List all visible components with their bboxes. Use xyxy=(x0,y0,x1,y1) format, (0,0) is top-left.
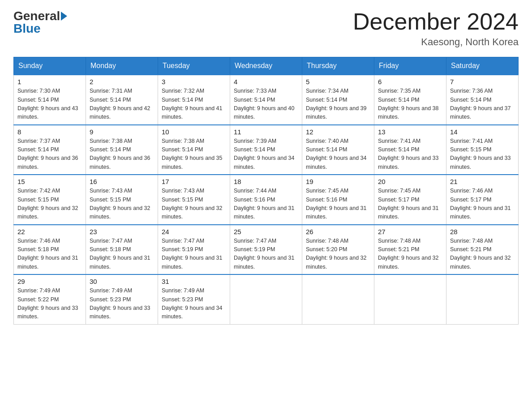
logo: General Blue xyxy=(13,9,68,36)
page-header: General Blue December 2024 Kaesong, Nort… xyxy=(13,9,519,48)
calendar-header: SundayMondayTuesdayWednesdayThursdayFrid… xyxy=(14,57,519,75)
day-info: Sunrise: 7:48 AMSunset: 5:21 PMDaylight:… xyxy=(378,237,442,272)
day-info: Sunrise: 7:31 AMSunset: 5:14 PMDaylight:… xyxy=(90,87,154,122)
day-info: Sunrise: 7:38 AMSunset: 5:14 PMDaylight:… xyxy=(162,137,226,172)
day-number: 6 xyxy=(378,78,442,86)
day-number: 20 xyxy=(378,178,442,185)
day-number: 22 xyxy=(17,228,82,235)
day-number: 10 xyxy=(162,128,226,136)
calendar-cell: 27 Sunrise: 7:48 AMSunset: 5:21 PMDaylig… xyxy=(374,225,446,275)
calendar-cell: 18 Sunrise: 7:44 AMSunset: 5:16 PMDaylig… xyxy=(230,175,302,225)
day-info: Sunrise: 7:45 AMSunset: 5:17 PMDaylight:… xyxy=(378,187,442,222)
calendar-cell: 24 Sunrise: 7:47 AMSunset: 5:19 PMDaylig… xyxy=(158,225,230,275)
calendar-week-row: 8 Sunrise: 7:37 AMSunset: 5:14 PMDayligh… xyxy=(14,125,519,175)
calendar-cell xyxy=(230,274,302,324)
calendar-cell: 26 Sunrise: 7:48 AMSunset: 5:20 PMDaylig… xyxy=(302,225,374,275)
weekday-header-wednesday: Wednesday xyxy=(230,57,302,75)
day-info: Sunrise: 7:36 AMSunset: 5:14 PMDaylight:… xyxy=(450,87,515,122)
day-number: 18 xyxy=(234,178,298,185)
day-number: 31 xyxy=(162,278,226,285)
day-number: 8 xyxy=(17,128,82,136)
calendar-cell: 7 Sunrise: 7:36 AMSunset: 5:14 PMDayligh… xyxy=(446,75,519,125)
calendar-week-row: 1 Sunrise: 7:30 AMSunset: 5:14 PMDayligh… xyxy=(14,75,519,125)
day-info: Sunrise: 7:43 AMSunset: 5:15 PMDaylight:… xyxy=(90,187,154,222)
day-number: 19 xyxy=(306,178,370,185)
day-number: 21 xyxy=(450,178,515,185)
day-info: Sunrise: 7:42 AMSunset: 5:15 PMDaylight:… xyxy=(17,187,82,222)
calendar-cell: 11 Sunrise: 7:39 AMSunset: 5:14 PMDaylig… xyxy=(230,125,302,175)
day-info: Sunrise: 7:41 AMSunset: 5:15 PMDaylight:… xyxy=(450,137,515,172)
calendar-cell: 12 Sunrise: 7:40 AMSunset: 5:14 PMDaylig… xyxy=(302,125,374,175)
day-info: Sunrise: 7:46 AMSunset: 5:18 PMDaylight:… xyxy=(17,237,82,272)
calendar-cell: 16 Sunrise: 7:43 AMSunset: 5:15 PMDaylig… xyxy=(86,175,158,225)
day-number: 9 xyxy=(90,128,154,136)
day-number: 24 xyxy=(162,228,226,235)
calendar-week-row: 15 Sunrise: 7:42 AMSunset: 5:15 PMDaylig… xyxy=(14,175,519,225)
day-number: 2 xyxy=(90,78,154,86)
day-number: 7 xyxy=(450,78,515,86)
calendar-cell: 21 Sunrise: 7:46 AMSunset: 5:17 PMDaylig… xyxy=(446,175,519,225)
day-info: Sunrise: 7:44 AMSunset: 5:16 PMDaylight:… xyxy=(234,187,298,222)
day-info: Sunrise: 7:49 AMSunset: 5:22 PMDaylight:… xyxy=(17,287,82,321)
weekday-header-row: SundayMondayTuesdayWednesdayThursdayFrid… xyxy=(14,57,519,75)
day-number: 16 xyxy=(90,178,154,185)
day-number: 23 xyxy=(90,228,154,235)
day-info: Sunrise: 7:40 AMSunset: 5:14 PMDaylight:… xyxy=(306,137,370,172)
day-info: Sunrise: 7:30 AMSunset: 5:14 PMDaylight:… xyxy=(17,87,82,122)
calendar-cell: 13 Sunrise: 7:41 AMSunset: 5:14 PMDaylig… xyxy=(374,125,446,175)
logo-arrow-icon xyxy=(61,12,67,21)
day-number: 15 xyxy=(17,178,82,185)
calendar-body: 1 Sunrise: 7:30 AMSunset: 5:14 PMDayligh… xyxy=(14,75,519,324)
day-number: 17 xyxy=(162,178,226,185)
calendar-cell: 19 Sunrise: 7:45 AMSunset: 5:16 PMDaylig… xyxy=(302,175,374,225)
day-number: 25 xyxy=(234,228,298,235)
month-title: December 2024 xyxy=(353,9,519,34)
day-info: Sunrise: 7:33 AMSunset: 5:14 PMDaylight:… xyxy=(234,87,298,122)
day-info: Sunrise: 7:38 AMSunset: 5:14 PMDaylight:… xyxy=(90,137,154,172)
day-info: Sunrise: 7:49 AMSunset: 5:23 PMDaylight:… xyxy=(162,287,226,321)
day-number: 3 xyxy=(162,78,226,86)
day-info: Sunrise: 7:47 AMSunset: 5:19 PMDaylight:… xyxy=(162,237,226,272)
day-number: 1 xyxy=(17,78,82,86)
day-number: 27 xyxy=(378,228,442,235)
day-info: Sunrise: 7:49 AMSunset: 5:23 PMDaylight:… xyxy=(90,287,154,321)
day-info: Sunrise: 7:39 AMSunset: 5:14 PMDaylight:… xyxy=(234,137,298,172)
calendar-cell: 5 Sunrise: 7:34 AMSunset: 5:14 PMDayligh… xyxy=(302,75,374,125)
calendar-cell: 31 Sunrise: 7:49 AMSunset: 5:23 PMDaylig… xyxy=(158,274,230,324)
calendar-cell: 17 Sunrise: 7:43 AMSunset: 5:15 PMDaylig… xyxy=(158,175,230,225)
day-number: 28 xyxy=(450,228,515,235)
day-info: Sunrise: 7:48 AMSunset: 5:21 PMDaylight:… xyxy=(450,237,515,272)
day-number: 29 xyxy=(17,278,82,285)
day-number: 11 xyxy=(234,128,298,136)
calendar-cell: 25 Sunrise: 7:47 AMSunset: 5:19 PMDaylig… xyxy=(230,225,302,275)
calendar-table: SundayMondayTuesdayWednesdayThursdayFrid… xyxy=(13,57,519,325)
calendar-cell: 20 Sunrise: 7:45 AMSunset: 5:17 PMDaylig… xyxy=(374,175,446,225)
day-info: Sunrise: 7:37 AMSunset: 5:14 PMDaylight:… xyxy=(17,137,82,172)
day-info: Sunrise: 7:34 AMSunset: 5:14 PMDaylight:… xyxy=(306,87,370,122)
day-number: 12 xyxy=(306,128,370,136)
day-info: Sunrise: 7:48 AMSunset: 5:20 PMDaylight:… xyxy=(306,237,370,272)
calendar-cell: 6 Sunrise: 7:35 AMSunset: 5:14 PMDayligh… xyxy=(374,75,446,125)
calendar-cell xyxy=(302,274,374,324)
calendar-cell: 2 Sunrise: 7:31 AMSunset: 5:14 PMDayligh… xyxy=(86,75,158,125)
day-info: Sunrise: 7:46 AMSunset: 5:17 PMDaylight:… xyxy=(450,187,515,222)
day-info: Sunrise: 7:41 AMSunset: 5:14 PMDaylight:… xyxy=(378,137,442,172)
calendar-cell: 28 Sunrise: 7:48 AMSunset: 5:21 PMDaylig… xyxy=(446,225,519,275)
day-info: Sunrise: 7:35 AMSunset: 5:14 PMDaylight:… xyxy=(378,87,442,122)
calendar-week-row: 29 Sunrise: 7:49 AMSunset: 5:22 PMDaylig… xyxy=(14,274,519,324)
day-number: 30 xyxy=(90,278,154,285)
calendar-cell xyxy=(446,274,519,324)
calendar-cell: 29 Sunrise: 7:49 AMSunset: 5:22 PMDaylig… xyxy=(14,274,86,324)
calendar-cell: 15 Sunrise: 7:42 AMSunset: 5:15 PMDaylig… xyxy=(14,175,86,225)
calendar-cell: 10 Sunrise: 7:38 AMSunset: 5:14 PMDaylig… xyxy=(158,125,230,175)
day-number: 26 xyxy=(306,228,370,235)
day-info: Sunrise: 7:47 AMSunset: 5:18 PMDaylight:… xyxy=(90,237,154,272)
location-subtitle: Kaesong, North Korea xyxy=(353,36,519,48)
weekday-header-saturday: Saturday xyxy=(446,57,519,75)
calendar-week-row: 22 Sunrise: 7:46 AMSunset: 5:18 PMDaylig… xyxy=(14,225,519,275)
calendar-cell: 8 Sunrise: 7:37 AMSunset: 5:14 PMDayligh… xyxy=(14,125,86,175)
calendar-cell: 4 Sunrise: 7:33 AMSunset: 5:14 PMDayligh… xyxy=(230,75,302,125)
day-info: Sunrise: 7:45 AMSunset: 5:16 PMDaylight:… xyxy=(306,187,370,222)
day-info: Sunrise: 7:43 AMSunset: 5:15 PMDaylight:… xyxy=(162,187,226,222)
calendar-cell xyxy=(374,274,446,324)
